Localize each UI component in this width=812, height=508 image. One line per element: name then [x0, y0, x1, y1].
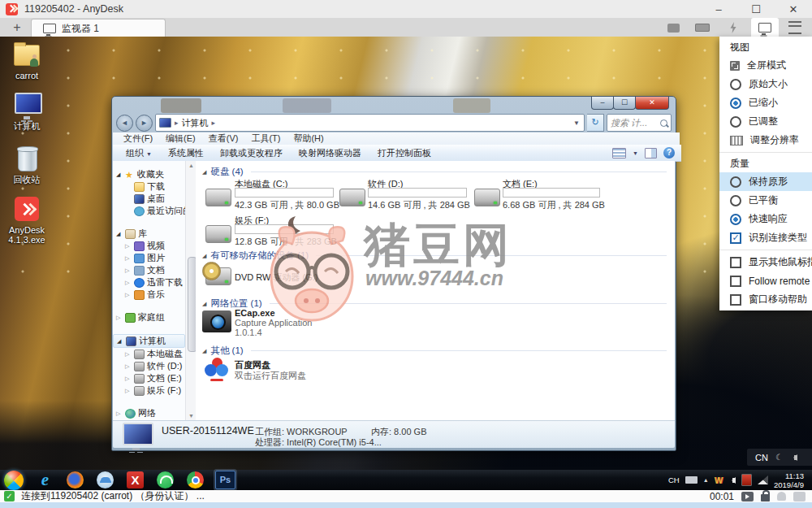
new-session-button[interactable]: + — [8, 20, 26, 36]
group-header-removable[interactable]: ◢有可移动存储的设备 (1) — [202, 250, 667, 262]
capture-icon[interactable] — [741, 492, 754, 501]
collapsed-icon[interactable]: ▷ — [125, 255, 132, 262]
hard-drive-icon[interactable] — [474, 189, 500, 206]
taskbar-red-x-app[interactable]: X — [120, 470, 150, 490]
desktop-icon-computer[interactable]: 计算机 — [0, 91, 54, 131]
uninstall-program-button[interactable]: 卸载或更改程序 — [214, 145, 289, 161]
collapsed-icon[interactable]: ▷ — [125, 280, 132, 286]
sidebar-item-videos[interactable]: ▷视频 — [113, 240, 185, 252]
search-input[interactable]: 搜索 计... — [607, 114, 672, 132]
menu-item-adjust-resolution[interactable]: 调整分辨率 — [719, 131, 812, 150]
sidebar-item-downloads[interactable]: 下载 — [113, 180, 185, 193]
menu-tools[interactable]: 工具(T) — [245, 132, 286, 145]
tray-clock[interactable]: 11:13 2019/4/9 — [774, 471, 807, 489]
sidebar-item-homegroup[interactable]: ▷家庭组 — [113, 311, 185, 323]
explorer-maximize-button[interactable]: ☐ — [613, 97, 636, 110]
ime-indicator[interactable]: CN ☾ — [747, 449, 812, 466]
expanded-icon[interactable]: ◢ — [116, 172, 123, 178]
menu-help[interactable]: 帮助(H) — [287, 132, 329, 145]
menu-item-window-move-helper[interactable]: 窗口移动帮助 — [719, 290, 812, 309]
back-button[interactable]: ◄ — [116, 115, 133, 132]
system-properties-button[interactable]: 系统属性 — [162, 145, 210, 161]
taskbar-ie[interactable]: e — [30, 470, 60, 490]
chat-button[interactable] — [659, 20, 687, 36]
expanded-icon[interactable]: ◢ — [116, 231, 123, 237]
menu-edit[interactable]: 编辑(E) — [160, 132, 201, 145]
explorer-minimize-button[interactable]: – — [591, 97, 614, 110]
tray-keyboard-icon[interactable] — [685, 476, 698, 484]
chevron-right-icon[interactable]: ▸ — [212, 119, 216, 127]
collapsed-icon[interactable]: ▷ — [125, 363, 132, 370]
menu-item-show-remote-cursor[interactable]: 显示其他鼠标指针 — [719, 253, 812, 271]
taskbar-firefox[interactable] — [60, 470, 90, 490]
menu-item-original-size[interactable]: 原始大小 — [719, 75, 812, 93]
tray-hidden-icons[interactable]: ▲ — [703, 477, 709, 483]
menu-item-fullscreen[interactable]: 全屏模式 — [719, 56, 812, 75]
menu-item-keep-original[interactable]: 保持原形 — [719, 172, 812, 191]
sidebar-item-drive-d[interactable]: ▷软件 (D:) — [113, 360, 185, 372]
sidebar-item-favorites[interactable]: ◢★收藏夹 — [113, 168, 185, 180]
minimize-button[interactable]: – — [700, 0, 737, 18]
sidebar-scrollbar[interactable]: ▲ ▼ — [185, 161, 197, 420]
address-bar[interactable]: ▸ 计算机 ▸ ▼ — [155, 114, 585, 132]
collapsed-icon[interactable]: ▷ — [125, 388, 132, 394]
group-header-other[interactable]: ◢其他 (1) — [202, 345, 667, 357]
display-settings-button[interactable] — [751, 18, 779, 37]
desktop-icon-anydesk-exe[interactable]: AnyDesk 4.1.3.exe — [0, 195, 54, 245]
preview-pane-icon[interactable] — [645, 148, 657, 158]
taskbar-headset-app[interactable] — [150, 470, 180, 490]
sidebar-item-network[interactable]: ▷网络 — [113, 407, 185, 419]
hard-drive-icon[interactable] — [205, 225, 231, 243]
menu-item-detect-connection[interactable]: ✓识别连接类型 — [719, 228, 812, 247]
collapsed-icon[interactable]: ▷ — [125, 351, 132, 358]
tray-volume-icon[interactable] — [728, 477, 736, 484]
sidebar-item-desktop[interactable]: 桌面 — [113, 193, 185, 205]
menu-view[interactable]: 查看(V) — [203, 132, 244, 145]
views-dropdown-icon[interactable]: ▼ — [633, 150, 638, 156]
map-network-drive-button[interactable]: 映射网络驱动器 — [292, 145, 368, 161]
close-button[interactable]: ✕ — [775, 0, 812, 18]
actions-button[interactable] — [719, 20, 747, 36]
menu-item-fast-response[interactable]: 快速响应 — [719, 210, 812, 228]
desktop-icon-carrot[interactable]: carrot — [0, 41, 54, 80]
ecap-name[interactable]: ECap.exe — [235, 308, 275, 318]
menu-file[interactable]: 文件(F) — [118, 132, 158, 145]
breadcrumb[interactable]: 计算机 — [182, 117, 209, 129]
expanded-icon[interactable]: ◢ — [117, 338, 123, 345]
menu-button[interactable] — [781, 20, 809, 36]
hard-drive-icon[interactable] — [205, 189, 231, 206]
menu-item-stretched[interactable]: 已调整 — [719, 112, 812, 131]
baidu-netdisk-icon[interactable] — [204, 358, 230, 382]
group-header-hdd[interactable]: ◢硬盘 (4) — [202, 166, 667, 178]
help-icon[interactable]: ? — [663, 147, 675, 158]
collapsed-icon[interactable]: ▷ — [125, 292, 132, 298]
taskbar-cloud-app[interactable] — [90, 470, 120, 490]
start-button[interactable] — [4, 471, 24, 490]
organize-button[interactable]: 组织▼ — [119, 145, 158, 161]
views-icon[interactable] — [612, 148, 626, 158]
sidebar-item-libraries[interactable]: ◢库 — [113, 228, 185, 240]
taskbar-photoshop[interactable]: Ps — [210, 470, 240, 490]
address-dropdown-icon[interactable]: ▼ — [569, 119, 584, 127]
sidebar-item-pictures[interactable]: ▷图片 — [113, 252, 185, 264]
collapsed-icon[interactable]: ▷ — [125, 243, 132, 250]
scroll-up-icon[interactable]: ▲ — [188, 163, 195, 168]
lock-icon[interactable] — [761, 494, 770, 501]
scroll-down-icon[interactable]: ▼ — [188, 413, 195, 419]
tray-network-icon[interactable] — [758, 475, 768, 484]
open-control-panel-button[interactable]: 打开控制面板 — [371, 145, 438, 161]
desktop-icon-recycle-bin[interactable]: 回收站 — [0, 145, 54, 185]
maximize-button[interactable]: ☐ — [737, 0, 775, 18]
collapsed-icon[interactable]: ▷ — [125, 376, 132, 382]
hard-drive-icon[interactable] — [339, 189, 365, 206]
menu-item-balanced[interactable]: 已平衡 — [719, 191, 812, 210]
dvd-drive-name[interactable]: DVD RW 驱动器 (G:) — [235, 271, 317, 284]
explorer-titlebar[interactable]: – ☐ ✕ — [112, 97, 676, 115]
tray-w-app-icon[interactable]: W — [715, 475, 723, 485]
collapsed-icon[interactable]: ▷ — [116, 410, 123, 417]
sidebar-item-recent-places[interactable]: 最近访问的位置 — [113, 205, 185, 217]
sidebar-item-music[interactable]: ▷音乐 — [113, 289, 185, 301]
sidebar-item-drive-c[interactable]: ▷本地磁盘 (C:) — [113, 348, 185, 360]
sidebar-item-computer[interactable]: ◢计算机 — [113, 334, 185, 348]
tray-status-icon[interactable] — [741, 474, 752, 486]
